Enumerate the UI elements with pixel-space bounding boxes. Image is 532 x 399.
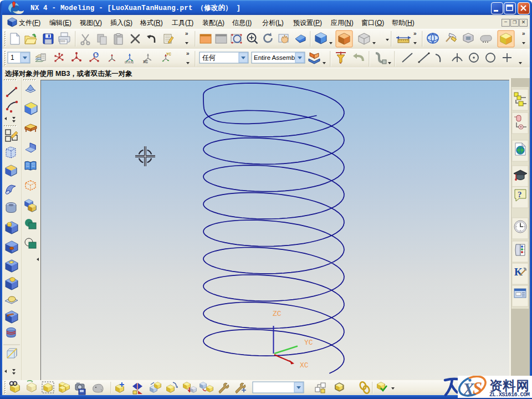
svg-text:»: »	[186, 50, 190, 57]
svg-text:ZL.XS1616.COM: ZL.XS1616.COM	[489, 391, 530, 398]
svg-text:1: 1	[11, 54, 14, 62]
svg-text:»: »	[522, 30, 525, 37]
svg-text:»: »	[413, 30, 417, 37]
svg-text:YC: YC	[166, 52, 171, 56]
svg-text:XC: XC	[143, 60, 148, 64]
svg-text:任何: 任何	[202, 54, 216, 62]
svg-text:»: »	[185, 30, 188, 37]
svg-text:Entire Assemb: Entire Assemb	[254, 54, 295, 61]
svg-text:(0,0,0): (0,0,0)	[125, 60, 134, 64]
svg-text:S: S	[473, 378, 482, 398]
svg-text:K: K	[514, 266, 523, 278]
svg-text:?: ?	[518, 190, 522, 199]
